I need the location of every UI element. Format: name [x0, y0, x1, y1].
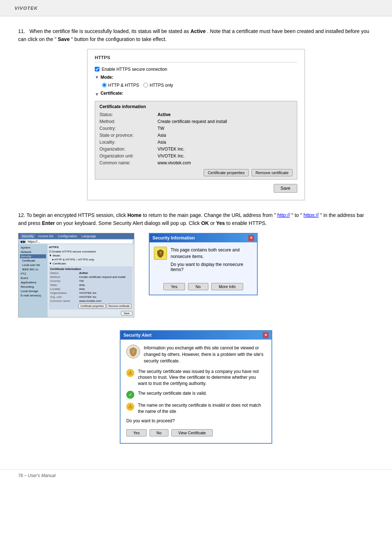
security-info-moreinfo-button[interactable]: More Info: [211, 283, 243, 290]
nav-back[interactable]: ◀: [20, 240, 23, 243]
radio-http-https[interactable]: HTTP & HTTPS: [102, 83, 139, 88]
cert-val-status: Active: [158, 112, 171, 117]
small-orgunit-label: Org. unit:: [50, 295, 79, 299]
section12-url1[interactable]: http://: [277, 212, 290, 218]
small-save-row: Save: [49, 311, 132, 316]
cert-field-state: State or province: Asia: [99, 133, 293, 138]
brand-logo: VIVOTEK: [15, 5, 38, 11]
sidebar-system[interactable]: System: [20, 246, 46, 250]
enable-https-label: Enable HTTPS secure connection: [102, 67, 167, 72]
security-alert-dialog: Security Alert ✕ ! Information you exc: [120, 330, 272, 444]
nav-forward[interactable]: ▶: [23, 240, 26, 243]
security-info-icon-row: ? This page contains both secure and non…: [154, 247, 253, 272]
https-box: HTTPS Enable HTTPS secure connection ▼ M…: [87, 49, 305, 200]
enable-https-checkbox[interactable]: [95, 67, 99, 71]
small-org-label: Organization:: [50, 291, 79, 295]
sidebar-event[interactable]: Event: [20, 276, 46, 280]
security-info-no-button[interactable]: No: [188, 283, 208, 290]
radio-https-only-label: HTTPS only: [150, 83, 173, 88]
page-footer: 76 – User's Manual: [0, 469, 392, 482]
sidebar-cert[interactable]: Certificate: [20, 259, 46, 263]
cert-val-common: www.vivotek.com: [158, 160, 191, 165]
small-mode: ▼ Mode:: [49, 254, 132, 257]
screenshots-container: Security Access list Configuration Langu…: [18, 233, 374, 317]
small-country-val: TW: [79, 279, 83, 283]
security-info-buttons: Yes No More Info: [150, 280, 257, 295]
small-method-row: Method: Create certificate request and i…: [50, 275, 131, 279]
section11-save: Save: [58, 36, 70, 42]
sidebar-emailserver[interactable]: E-mail server(s): [20, 294, 46, 297]
sidebar-localuser[interactable]: Local user list: [20, 263, 46, 267]
sidebar-security[interactable]: Security: [20, 254, 46, 258]
radio-https-only-input[interactable]: [143, 83, 148, 87]
sidebar-network[interactable]: Network: [20, 250, 46, 254]
small-common-label: Common name:: [50, 299, 79, 303]
nav-address: https://...: [26, 240, 132, 243]
security-info-close-button[interactable]: ✕: [248, 235, 254, 241]
cert-key-locality: Locality:: [99, 140, 158, 145]
cert-val-country: TW: [158, 126, 164, 131]
section12-text: 12. To begin an encrypted HTTPS session,…: [18, 211, 374, 227]
radio-http-https-input[interactable]: [102, 83, 107, 87]
security-info-yes-button[interactable]: Yes: [163, 283, 185, 290]
small-org-row: Organization: VIVOTEK Inc.: [50, 291, 131, 295]
remove-certificate-button[interactable]: Remove certificate: [252, 169, 293, 176]
section11-text1: When the certifice file is successfully …: [29, 28, 189, 34]
sidebar-ieee[interactable]: IEEE 802.1x: [20, 267, 46, 271]
section-11: 11. When the certifice file is successfu…: [18, 27, 374, 200]
cert-arrow: ▼: [95, 92, 99, 97]
small-status-row: Status: Active: [50, 271, 131, 275]
alert-no-button[interactable]: No: [150, 429, 168, 436]
tab-security[interactable]: Security: [20, 234, 35, 238]
small-state-row: State: Asia: [50, 283, 131, 287]
cert-field-country: Country: TW: [99, 126, 293, 131]
shield-svg: ?: [156, 249, 165, 258]
small-save-btn[interactable]: Save: [121, 311, 132, 316]
security-alert-close-button[interactable]: ✕: [263, 332, 269, 338]
section12-text3: " to ": [291, 212, 302, 218]
section12-enter: Enter: [42, 220, 55, 226]
section12-text2: to return to the main page. Change the U…: [143, 212, 276, 218]
cert-action-buttons: Certificate properties Remove certificat…: [99, 169, 293, 176]
sidebar-ptz[interactable]: PTZ: [20, 272, 46, 276]
tab-access-list[interactable]: Access list: [37, 234, 55, 238]
tab-configuration[interactable]: Configuration: [56, 234, 79, 238]
section-12: 12. To begin an encrypted HTTPS session,…: [18, 211, 374, 444]
small-cert-label: ▼ Certificate:: [49, 262, 132, 265]
security-info-body: ? This page contains both secure and non…: [150, 242, 257, 280]
alert-view-certificate-button[interactable]: View Certificate: [171, 429, 213, 436]
footer-label: – User's Manual: [24, 473, 56, 478]
section12-text5: on your keyboard. Some Security Alert di…: [56, 220, 200, 226]
sidebar-recording[interactable]: Recording: [20, 285, 46, 289]
cert-properties-button[interactable]: Certificate properties: [204, 169, 249, 176]
enable-https-row: Enable HTTPS secure connection: [95, 67, 297, 72]
alert-item-3: ⚠ The name on the security certificate i…: [126, 402, 266, 415]
security-info-titlebar: Security Information ✕: [150, 234, 257, 242]
small-status-val: Active: [79, 271, 88, 275]
small-locality-row: Locality: Asia: [50, 287, 131, 291]
cert-key-common: Common name:: [99, 160, 158, 165]
page-wrapper: VIVOTEK 11. When the certifice file is s…: [0, 0, 392, 554]
security-info-text-block: This page contains both secure and nonse…: [171, 247, 253, 272]
section12-number: 12.: [18, 212, 25, 218]
alert-yes-button[interactable]: Yes: [126, 429, 147, 436]
sidebar-apps[interactable]: Applications: [20, 280, 46, 284]
save-row: Save: [95, 184, 297, 193]
tab-language[interactable]: Language: [80, 234, 98, 238]
small-state-val: Asia: [79, 283, 85, 287]
sidebar-localstorage[interactable]: Local storage: [20, 289, 46, 293]
alert-ok-icon: ✓: [126, 391, 134, 399]
save-button[interactable]: Save: [274, 184, 297, 193]
small-cert-props-btn[interactable]: Certificate properties: [78, 304, 106, 308]
cert-info-table: Certificate information Status: Active M…: [95, 101, 297, 180]
alert-shield-svg: !: [128, 347, 138, 356]
cert-row: ▼ Certificate:: [95, 91, 297, 98]
security-alert-main-text: Information you exchange with this site …: [144, 345, 266, 364]
small-remove-cert-btn[interactable]: Remove certificate: [107, 304, 131, 308]
alert-warning-icon-1: ⚠: [126, 369, 134, 377]
small-locality-val: Asia: [79, 287, 85, 291]
small-https-title: HTTPS: [49, 246, 132, 249]
radio-https-only[interactable]: HTTPS only: [143, 83, 173, 88]
footer-page-num: 76: [18, 473, 23, 478]
section12-url2[interactable]: https://: [303, 212, 319, 218]
